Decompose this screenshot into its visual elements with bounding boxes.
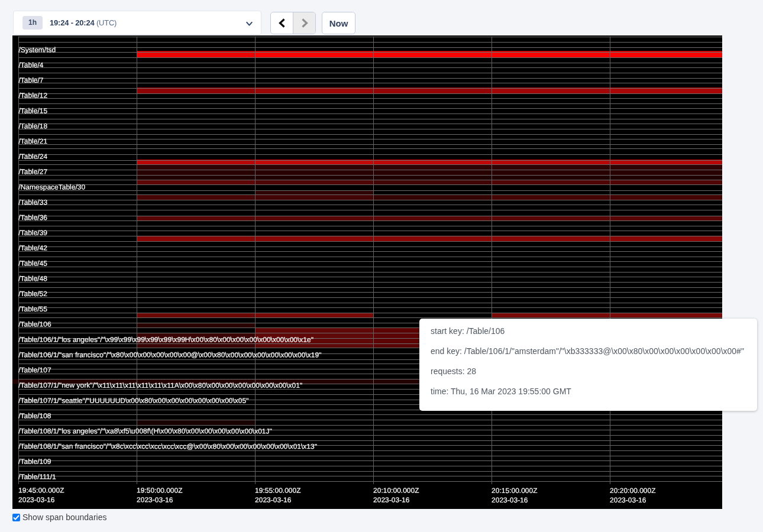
svg-text:/Table/106/1/"los angeles"/"\x: /Table/106/1/"los angeles"/"\x99\x99\x99… (18, 335, 313, 343)
svg-text:/Table/4: /Table/4 (18, 61, 43, 69)
svg-text:/Table/12: /Table/12 (18, 92, 47, 100)
svg-text:/Table/108/1/"san francisco"/": /Table/108/1/"san francisco"/"\x8c\xcc\x… (18, 442, 317, 450)
svg-text:/Table/36: /Table/36 (18, 213, 47, 222)
svg-text:/System/tsd: /System/tsd (18, 46, 56, 54)
svg-text:/NamespaceTable/30: /NamespaceTable/30 (18, 183, 85, 191)
svg-text:/Table/106/1/"san francisco"/": /Table/106/1/"san francisco"/"\x80\x00\x… (18, 351, 321, 359)
svg-text:2023-03-16: 2023-03-16 (18, 496, 55, 504)
svg-text:20:20:00.000Z: 20:20:00.000Z (610, 486, 655, 495)
svg-text:/Table/107/1/"new york"/"\x11\: /Table/107/1/"new york"/"\x11\x11\x11\x1… (18, 381, 302, 390)
svg-text:2023-03-16: 2023-03-16 (610, 496, 646, 504)
svg-text:/Table/107/1/"seattle"/"UUUUUU: /Table/107/1/"seattle"/"UUUUUUD\x00\x80\… (18, 397, 248, 405)
svg-text:19:55:00.000Z: 19:55:00.000Z (255, 486, 300, 495)
svg-text:/Table/39: /Table/39 (18, 229, 47, 237)
svg-text:2023-03-16: 2023-03-16 (255, 496, 292, 504)
svg-text:20:10:00.000Z: 20:10:00.000Z (373, 486, 419, 495)
svg-text:/Table/55: /Table/55 (18, 305, 47, 313)
svg-text:/Table/106: /Table/106 (18, 320, 51, 329)
svg-text:20:15:00.000Z: 20:15:00.000Z (492, 486, 537, 495)
svg-text:/Table/111/1: /Table/111/1 (18, 473, 56, 481)
svg-text:/Table/24: /Table/24 (18, 153, 47, 161)
svg-text:/Table/108: /Table/108 (18, 411, 51, 420)
svg-text:19:45:00.000Z: 19:45:00.000Z (18, 486, 64, 495)
svg-text:/Table/108/1/"los angeles"/"\x: /Table/108/1/"los angeles"/"\xa8\xf5\u00… (18, 427, 272, 435)
svg-text:/Table/48: /Table/48 (18, 274, 47, 283)
svg-text:2023-03-16: 2023-03-16 (492, 496, 528, 504)
svg-text:/Table/33: /Table/33 (18, 198, 47, 206)
svg-text:/Table/27: /Table/27 (18, 168, 47, 176)
svg-text:2023-03-16: 2023-03-16 (373, 496, 410, 504)
svg-text:/Table/42: /Table/42 (18, 244, 47, 252)
svg-text:/Table/18: /Table/18 (18, 122, 47, 130)
svg-text:/Table/45: /Table/45 (18, 259, 47, 267)
svg-text:/Table/107: /Table/107 (18, 366, 51, 374)
svg-text:/Table/21: /Table/21 (18, 137, 47, 145)
svg-text:2023-03-16: 2023-03-16 (137, 496, 173, 504)
svg-text:/Table/7: /Table/7 (18, 76, 43, 85)
svg-text:/Table/15: /Table/15 (18, 106, 47, 115)
svg-text:/Table/109: /Table/109 (18, 458, 51, 466)
svg-text:/Table/52: /Table/52 (18, 290, 47, 298)
svg-text:19:50:00.000Z: 19:50:00.000Z (137, 486, 182, 495)
